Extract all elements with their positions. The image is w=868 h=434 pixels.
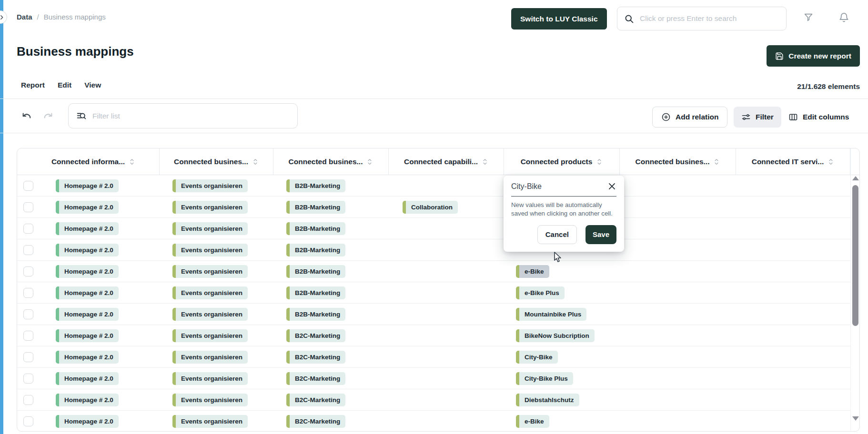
table-cell[interactable]: Homepage # 2.0 [17,218,160,239]
tag-chip[interactable]: Events organisieren [172,286,248,299]
table-cell[interactable] [620,325,736,346]
funnel-icon[interactable] [803,12,814,25]
menu-view[interactable]: View [84,81,101,89]
table-cell[interactable]: Events organisieren [160,282,273,303]
table-cell[interactable] [736,175,850,196]
tag-chip[interactable]: Events organisieren [172,329,248,342]
tag-chip[interactable]: Events organisieren [172,351,248,364]
tag-chip[interactable]: B2B-Marketing [286,286,345,299]
tag-chip[interactable]: e-Bike [516,415,549,428]
table-cell[interactable] [736,197,850,217]
tag-chip[interactable]: Diebstahlschutz [516,394,579,406]
table-cell[interactable]: B2C-Marketing [273,368,389,389]
table-cell[interactable] [389,261,504,282]
table-cell[interactable]: Events organisieren [160,239,273,260]
tag-chip[interactable]: Homepage # 2.0 [56,265,119,278]
table-cell[interactable] [389,282,504,303]
table-cell[interactable]: Events organisieren [160,175,273,196]
switch-to-luy-classic-button[interactable]: Switch to LUY Classic [511,8,607,30]
tag-chip[interactable]: Homepage # 2.0 [56,415,119,428]
table-cell[interactable]: Homepage # 2.0 [17,346,160,367]
column-header[interactable]: Connected capabili... [389,148,504,175]
tag-chip[interactable]: Homepage # 2.0 [56,394,119,406]
menu-edit[interactable]: Edit [58,81,71,89]
tag-chip[interactable]: B2B-Marketing [286,244,345,256]
table-cell[interactable]: Homepage # 2.0 [17,197,160,217]
table-cell[interactable] [620,389,736,410]
tag-chip[interactable]: B2B-Marketing [286,265,345,278]
table-cell[interactable] [736,218,850,239]
tag-chip[interactable]: Homepage # 2.0 [56,329,119,342]
table-cell[interactable] [736,411,850,432]
add-relation-button[interactable]: Add relation [652,107,727,128]
tag-chip[interactable]: Events organisieren [172,265,248,278]
table-cell[interactable] [620,218,736,239]
breadcrumb-data-link[interactable]: Data [17,13,32,21]
table-cell[interactable] [736,325,850,346]
scroll-up-arrow[interactable] [852,176,859,180]
close-icon[interactable] [607,182,616,191]
table-cell[interactable]: Homepage # 2.0 [17,282,160,303]
table-cell[interactable] [389,304,504,325]
row-checkbox[interactable] [23,374,33,384]
table-cell[interactable]: Homepage # 2.0 [17,411,160,432]
tag-chip[interactable]: Homepage # 2.0 [56,351,119,364]
table-cell[interactable]: Homepage # 2.0 [17,175,160,196]
table-cell[interactable]: Events organisieren [160,218,273,239]
table-cell[interactable] [620,175,736,196]
table-cell[interactable] [736,282,850,303]
row-checkbox[interactable] [23,288,33,298]
tag-chip[interactable]: Events organisieren [172,308,248,321]
table-cell[interactable] [736,346,850,367]
tag-chip[interactable]: e-Bike Plus [516,286,565,299]
table-cell[interactable] [389,175,504,196]
tag-chip[interactable]: B2C-Marketing [286,415,345,428]
table-cell[interactable]: Events organisieren [160,411,273,432]
row-checkbox[interactable] [23,181,33,191]
tag-chip[interactable]: B2B-Marketing [286,179,345,192]
table-cell[interactable]: City-Bike [504,346,620,367]
table-cell[interactable]: Collaboration [389,197,504,217]
tag-chip[interactable]: Homepage # 2.0 [56,201,119,214]
table-cell[interactable]: Homepage # 2.0 [17,261,160,282]
row-checkbox[interactable] [23,331,33,341]
cell-edit-value[interactable]: City-Bike [511,182,542,191]
table-cell[interactable]: Homepage # 2.0 [17,304,160,325]
table-cell[interactable]: B2C-Marketing [273,346,389,367]
table-cell[interactable] [736,239,850,260]
table-cell[interactable]: Events organisieren [160,304,273,325]
table-cell[interactable] [389,325,504,346]
column-header[interactable]: Connected products [504,148,620,175]
table-cell[interactable]: Homepage # 2.0 [17,239,160,260]
table-cell[interactable]: Events organisieren [160,197,273,217]
row-checkbox[interactable] [23,202,33,212]
tag-chip[interactable]: e-Bike [516,265,549,278]
menu-report[interactable]: Report [21,81,45,89]
tag-chip[interactable]: Homepage # 2.0 [56,308,119,321]
table-cell[interactable]: Events organisieren [160,368,273,389]
column-header[interactable]: Connected busines... [620,148,736,175]
row-checkbox[interactable] [23,266,33,276]
table-cell[interactable]: BikeNow Subcription [504,325,620,346]
row-checkbox[interactable] [23,416,33,426]
tag-chip[interactable]: Mountainbike Plus [516,308,586,321]
tag-chip[interactable]: Homepage # 2.0 [56,286,119,299]
table-cell[interactable] [389,389,504,410]
tag-chip[interactable]: Events organisieren [172,222,248,235]
tag-chip[interactable]: Events organisieren [172,244,248,256]
bell-icon[interactable] [838,12,849,25]
table-cell[interactable]: City-Bike Plus [504,368,620,389]
table-cell[interactable] [389,411,504,432]
tag-chip[interactable]: Events organisieren [172,201,248,214]
global-search-input[interactable] [640,14,779,23]
tag-chip[interactable]: B2B-Marketing [286,222,345,235]
table-cell[interactable] [620,261,736,282]
table-cell[interactable]: B2B-Marketing [273,175,389,196]
table-cell[interactable] [389,218,504,239]
filter-button[interactable]: Filter [734,107,781,128]
scrollbar-thumb[interactable] [852,185,858,326]
column-header[interactable]: Connected IT servi... [736,148,850,175]
table-cell[interactable]: Diebstahlschutz [504,389,620,410]
tag-chip[interactable]: B2C-Marketing [286,329,345,342]
scroll-down-arrow[interactable] [852,416,859,421]
